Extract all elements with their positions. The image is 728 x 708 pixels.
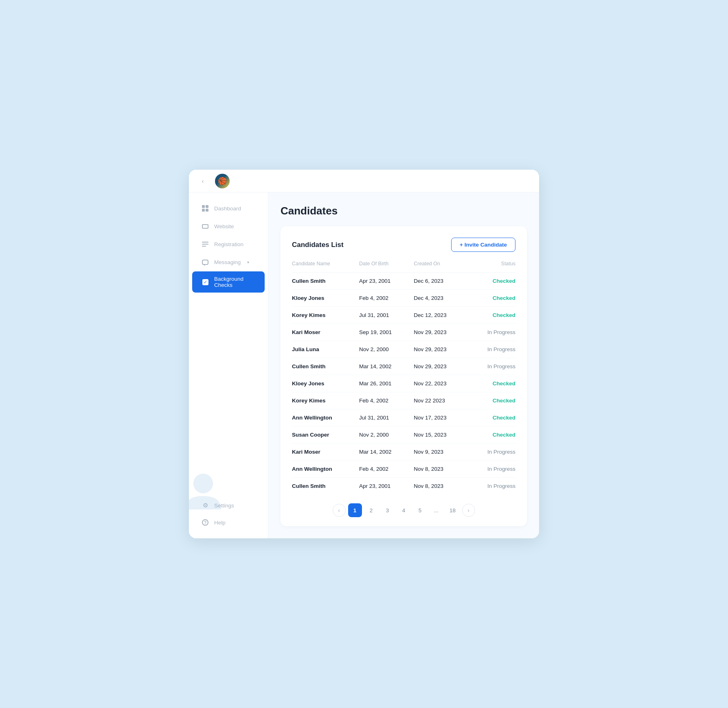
status-cell: Checked	[469, 307, 515, 324]
table-body: Cullen SmithApr 23, 2001Dec 6, 2023Check…	[292, 273, 515, 495]
status-cell: Checked	[469, 290, 515, 307]
col-dob: Date Of Birth	[359, 261, 414, 273]
sidebar-item-registration[interactable]: Registration	[192, 236, 265, 253]
status-cell: In Progress	[469, 478, 515, 495]
table-row[interactable]: Ann WellingtonJul 31, 2001Nov 17, 2023Ch…	[292, 409, 515, 426]
created-cell: Nov 29, 2023	[414, 324, 468, 341]
status-cell: Checked	[469, 375, 515, 392]
table-row[interactable]: Cullen SmithApr 23, 2001Nov 8, 2023In Pr…	[292, 478, 515, 495]
sidebar-item-dashboard[interactable]: Dashboard	[192, 200, 265, 217]
status-cell: In Progress	[469, 341, 515, 358]
status-cell: In Progress	[469, 324, 515, 341]
pagination-page-3[interactable]: 3	[381, 503, 395, 517]
pagination-page-4[interactable]: 4	[397, 503, 411, 517]
team-logo: 🏀	[215, 174, 230, 188]
table-row[interactable]: Kari MoserSep 19, 2001Nov 29, 2023In Pro…	[292, 324, 515, 341]
status-cell: In Progress	[469, 358, 515, 375]
candidate-name-cell: Korey Kimes	[292, 392, 359, 409]
sidebar-website-label: Website	[214, 223, 234, 229]
dob-cell: Feb 4, 2002	[359, 290, 414, 307]
dob-cell: Mar 26, 2001	[359, 375, 414, 392]
messaging-icon	[201, 258, 209, 266]
status-cell: Checked	[469, 273, 515, 290]
candidate-name-cell: Korey Kimes	[292, 307, 359, 324]
dob-cell: Jul 31, 2001	[359, 409, 414, 426]
sidebar-dashboard-label: Dashboard	[214, 205, 241, 212]
table-row[interactable]: Cullen SmithApr 23, 2001Dec 6, 2023Check…	[292, 273, 515, 290]
candidate-name-cell: Kari Moser	[292, 324, 359, 341]
sidebar-messaging-label: Messaging	[214, 259, 241, 265]
created-cell: Nov 17, 2023	[414, 409, 468, 426]
dob-cell: Mar 14, 2002	[359, 444, 414, 461]
pagination-page-5[interactable]: 5	[413, 503, 427, 517]
created-cell: Nov 9, 2023	[414, 444, 468, 461]
created-cell: Nov 29, 2023	[414, 341, 468, 358]
pagination-page-1[interactable]: 1	[348, 503, 362, 517]
candidate-name-cell: Cullen Smith	[292, 358, 359, 375]
table-row[interactable]: Julia LunaNov 2, 2000Nov 29, 2023In Prog…	[292, 341, 515, 358]
grid-icon	[201, 204, 209, 212]
candidates-card: Candidates List + Invite Candidate Candi…	[281, 226, 527, 526]
candidate-name-cell: Kari Moser	[292, 444, 359, 461]
created-cell: Nov 15, 2023	[414, 426, 468, 444]
candidates-table: Candidate Name Date Of Birth Created On …	[292, 261, 515, 494]
candidate-name-cell: Ann Wellington	[292, 409, 359, 426]
sidebar-item-website[interactable]: Website	[192, 218, 265, 235]
table-row[interactable]: Kloey JonesFeb 4, 2002Dec 4, 2023Checked	[292, 290, 515, 307]
sidebar-registration-label: Registration	[214, 241, 243, 247]
status-cell: Checked	[469, 409, 515, 426]
candidate-name-cell: Susan Cooper	[292, 426, 359, 444]
candidate-name-cell: Kloey Jones	[292, 375, 359, 392]
main-content: Candidates Candidates List + Invite Cand…	[268, 192, 539, 538]
pagination-page-2[interactable]: 2	[364, 503, 378, 517]
status-cell: Checked	[469, 426, 515, 444]
table-row[interactable]: Kloey JonesMar 26, 2001Nov 22, 2023Check…	[292, 375, 515, 392]
dob-cell: Apr 23, 2001	[359, 273, 414, 290]
created-cell: Nov 29, 2023	[414, 358, 468, 375]
pagination-prev-button[interactable]: ‹	[333, 504, 346, 517]
sidebar-item-background-checks[interactable]: ✓ Background Checks	[192, 271, 265, 293]
status-cell: In Progress	[469, 444, 515, 461]
table-row[interactable]: Susan CooperNov 2, 2000Nov 15, 2023Check…	[292, 426, 515, 444]
created-cell: Dec 6, 2023	[414, 273, 468, 290]
pagination: ‹ 1 2 3 4 5 ... 18 ›	[292, 503, 515, 517]
help-icon: ?	[201, 518, 209, 527]
created-cell: Nov 8, 2023	[414, 461, 468, 478]
pagination-ellipsis: ...	[430, 503, 443, 517]
top-bar: ‹ 🏀	[189, 170, 539, 192]
dob-cell: Feb 4, 2002	[359, 461, 414, 478]
col-status: Status	[469, 261, 515, 273]
candidate-name-cell: Cullen Smith	[292, 273, 359, 290]
collapse-button[interactable]: ‹	[197, 175, 208, 187]
logo-emoji: 🏀	[218, 177, 227, 186]
table-row[interactable]: Cullen SmithMar 14, 2002Nov 29, 2023In P…	[292, 358, 515, 375]
created-cell: Dec 4, 2023	[414, 290, 468, 307]
candidate-name-cell: Kloey Jones	[292, 290, 359, 307]
avatar-watermark	[189, 469, 226, 514]
pagination-next-button[interactable]: ›	[462, 504, 475, 517]
table-row[interactable]: Ann WellingtonFeb 4, 2002Nov 8, 2023In P…	[292, 461, 515, 478]
main-body: Dashboard Website Registration	[189, 192, 539, 538]
sidebar-help-label: Help	[214, 520, 226, 526]
table-row[interactable]: Korey KimesJul 31, 2001Dec 12, 2023Check…	[292, 307, 515, 324]
candidates-list-title: Candidates List	[292, 241, 344, 249]
table-row[interactable]: Kari MoserMar 14, 2002Nov 9, 2023In Prog…	[292, 444, 515, 461]
dob-cell: Jul 31, 2001	[359, 307, 414, 324]
col-candidate-name: Candidate Name	[292, 261, 359, 273]
table-row[interactable]: Korey KimesFeb 4, 2002Nov 22 2023Checked	[292, 392, 515, 409]
pagination-page-18[interactable]: 18	[446, 503, 460, 517]
sidebar-item-messaging[interactable]: Messaging ▾	[192, 253, 265, 271]
candidate-name-cell: Cullen Smith	[292, 478, 359, 495]
dob-cell: Mar 14, 2002	[359, 358, 414, 375]
chevron-down-icon: ▾	[247, 260, 249, 264]
col-created-on: Created On	[414, 261, 468, 273]
status-cell: In Progress	[469, 461, 515, 478]
sidebar-item-help[interactable]: ? Help	[192, 514, 265, 531]
invite-candidate-button[interactable]: + Invite Candidate	[451, 238, 515, 252]
checkbox-icon: ✓	[201, 278, 209, 286]
website-icon	[201, 222, 209, 230]
candidates-table-wrap: Candidate Name Date Of Birth Created On …	[292, 261, 515, 494]
app-window: ‹ 🏀 Dashboard Website	[189, 170, 539, 538]
sidebar: Dashboard Website Registration	[189, 192, 268, 538]
dob-cell: Nov 2, 2000	[359, 341, 414, 358]
